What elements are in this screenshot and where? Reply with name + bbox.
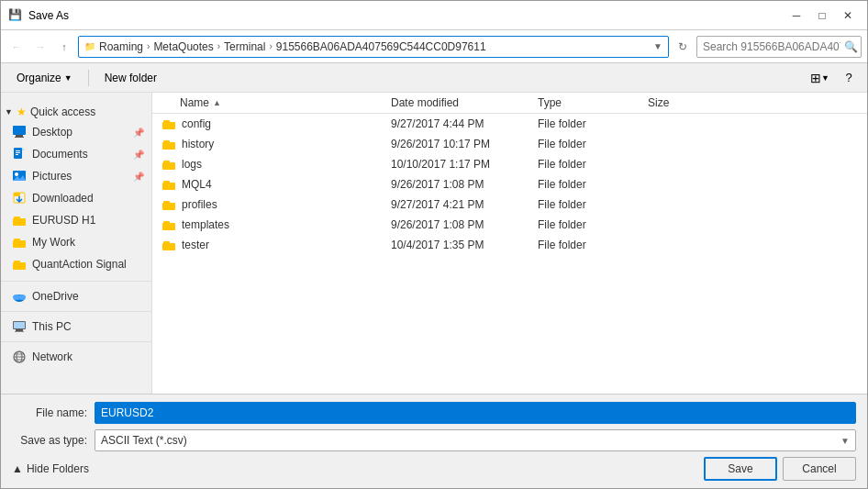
file-date-cell: 10/4/2017 1:35 PM — [391, 239, 538, 251]
savetype-value: ASCII Text (*.csv) — [101, 434, 187, 447]
file-name-cell: profiles — [152, 197, 391, 212]
file-date-cell: 9/27/2017 4:44 PM — [391, 117, 538, 130]
svg-rect-38 — [162, 183, 175, 190]
svg-rect-5 — [16, 150, 20, 151]
quick-access-label: Quick access — [30, 106, 95, 118]
hide-folders-label: Hide Folders — [27, 462, 89, 475]
organize-button[interactable]: Organize ▼ — [8, 67, 81, 89]
file-type-cell: File folder — [538, 239, 648, 251]
back-button[interactable]: ← — [6, 37, 27, 57]
filename-input[interactable] — [95, 402, 856, 424]
close-button[interactable]: ✕ — [836, 6, 860, 25]
cancel-button[interactable]: Cancel — [783, 457, 856, 481]
help-button[interactable]: ? — [838, 67, 860, 89]
path-roaming: Roaming — [99, 40, 143, 53]
col-header-name[interactable]: Name ▲ — [152, 96, 391, 109]
file-date-cell: 10/10/2017 1:17 PM — [391, 158, 538, 171]
sidebar-item-desktop[interactable]: Desktop 📌 — [1, 121, 151, 143]
sidebar-item-thispc[interactable]: This PC — [1, 316, 151, 338]
pin-icon-pictures: 📌 — [133, 172, 144, 182]
sidebar-documents-label: Documents — [32, 148, 128, 161]
folder-icon — [161, 137, 176, 151]
file-name-cell: config — [152, 117, 391, 131]
file-name-cell: logs — [152, 157, 391, 172]
sidebar-item-downloaded[interactable]: Downloaded — [1, 187, 151, 209]
svg-rect-2 — [15, 137, 24, 138]
folder-icon — [161, 177, 176, 192]
quick-access-icon: ★ — [17, 106, 27, 118]
search-icon: 🔍 — [844, 40, 858, 53]
sidebar-quantaction-label: QuantAction Signal — [32, 258, 144, 271]
table-row[interactable]: tester 10/4/2017 1:35 PM File folder — [152, 235, 867, 255]
sidebar-item-documents[interactable]: Documents 📌 — [1, 143, 151, 165]
table-row[interactable]: MQL4 9/26/2017 1:08 PM File folder — [152, 174, 867, 194]
svg-rect-24 — [16, 329, 23, 331]
table-row[interactable]: history 9/26/2017 10:17 PM File folder — [152, 134, 867, 154]
hide-folders-button[interactable]: ▲ Hide Folders — [12, 462, 89, 475]
eurusd-folder-icon — [12, 213, 27, 228]
file-name-cell: history — [152, 137, 391, 151]
sidebar-item-mywork[interactable]: My Work — [1, 231, 151, 253]
address-path[interactable]: 📁 Roaming › MetaQuotes › Terminal › 9155… — [78, 36, 669, 58]
sep1: › — [147, 41, 150, 51]
cancel-label: Cancel — [802, 462, 836, 475]
save-button[interactable]: Save — [704, 457, 777, 481]
folder-icon — [161, 197, 176, 212]
svg-rect-36 — [162, 162, 175, 170]
bottom-actions: ▲ Hide Folders Save Cancel — [12, 457, 856, 481]
table-row[interactable]: logs 10/10/2017 1:17 PM File folder — [152, 154, 867, 174]
hide-folders-chevron: ▲ — [12, 462, 23, 475]
svg-rect-44 — [162, 243, 175, 250]
svg-rect-0 — [13, 126, 26, 135]
window-icon: 💾 — [8, 8, 23, 23]
maximize-button[interactable]: □ — [810, 6, 834, 25]
sidebar-item-network[interactable]: Network — [1, 346, 151, 368]
col-header-size[interactable]: Size — [648, 96, 721, 109]
file-date-cell: 9/26/2017 1:08 PM — [391, 178, 538, 191]
new-folder-button[interactable]: New folder — [96, 67, 165, 89]
downloaded-icon — [12, 191, 27, 206]
file-rows: config 9/27/2017 4:44 PM File folder his… — [152, 114, 867, 255]
file-name-cell: templates — [152, 217, 391, 232]
sidebar-eurusd-label: EURUSD H1 — [32, 214, 144, 227]
path-dropdown-arrow[interactable]: ▼ — [653, 41, 662, 51]
up-button[interactable]: ↑ — [54, 37, 74, 57]
desktop-icon — [12, 125, 27, 139]
col-header-date[interactable]: Date modified — [391, 96, 538, 109]
table-row[interactable]: profiles 9/27/2017 4:21 PM File folder — [152, 194, 867, 215]
refresh-button[interactable]: ↻ — [673, 37, 693, 57]
sidebar-item-quantaction[interactable]: QuantAction Signal — [1, 253, 151, 275]
savetype-dropdown-arrow: ▼ — [840, 436, 850, 446]
minimize-button[interactable]: ─ — [785, 6, 808, 25]
file-date-cell: 9/27/2017 4:21 PM — [391, 198, 538, 211]
file-type-cell: File folder — [538, 178, 648, 191]
organize-dropdown-icon: ▼ — [64, 73, 72, 83]
search-input[interactable] — [703, 40, 840, 53]
table-row[interactable]: config 9/27/2017 4:44 PM File folder — [152, 114, 867, 134]
folder-icon — [161, 117, 176, 131]
sidebar-item-eurusd[interactable]: EURUSD H1 — [1, 209, 151, 231]
sort-arrow: ▲ — [213, 98, 221, 107]
search-box[interactable]: 🔍 — [696, 36, 862, 58]
file-name-cell: tester — [152, 238, 391, 252]
sidebar-thispc-label: This PC — [32, 320, 144, 333]
svg-rect-32 — [162, 122, 175, 129]
sidebar-item-pictures[interactable]: Pictures 📌 — [1, 165, 151, 187]
main-content: ▼ ★ Quick access Desktop 📌 Documents 📌 — [1, 93, 867, 394]
view-dropdown-icon: ▼ — [821, 73, 829, 83]
sidebar-item-onedrive[interactable]: OneDrive — [1, 285, 151, 307]
quick-access-chevron: ▼ — [5, 107, 13, 117]
savetype-select[interactable]: ASCII Text (*.csv) ▼ — [95, 429, 856, 451]
view-button[interactable]: ⊞ ▼ — [806, 67, 834, 89]
organize-label: Organize — [17, 72, 61, 84]
window-controls: ─ □ ✕ — [785, 6, 860, 25]
quick-access-header[interactable]: ▼ ★ Quick access — [1, 100, 151, 121]
file-date-cell: 9/26/2017 10:17 PM — [391, 138, 538, 150]
col-header-type[interactable]: Type — [538, 96, 648, 109]
forward-button[interactable]: → — [30, 37, 50, 57]
table-row[interactable]: templates 9/26/2017 1:08 PM File folder — [152, 215, 867, 235]
svg-rect-34 — [162, 142, 175, 150]
svg-rect-42 — [162, 223, 175, 230]
file-type-cell: File folder — [538, 117, 648, 130]
sidebar-pictures-label: Pictures — [32, 170, 128, 183]
